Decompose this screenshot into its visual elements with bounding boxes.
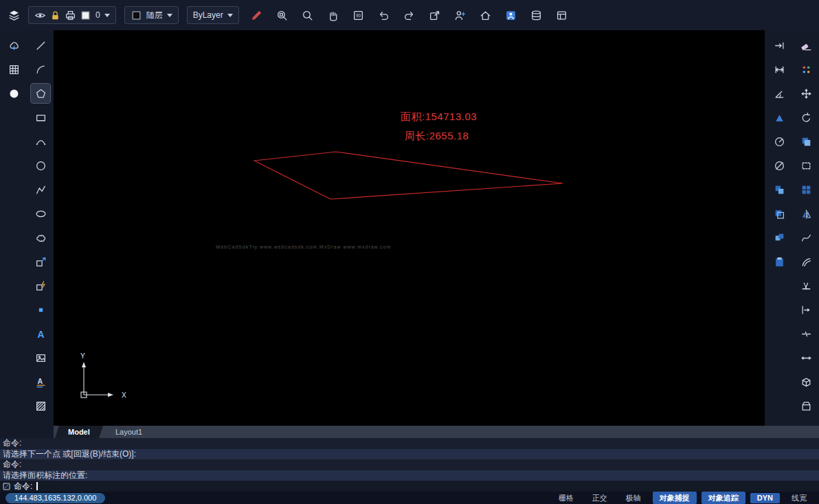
erase-tool[interactable] — [796, 36, 816, 55]
tab-model[interactable]: Model — [55, 426, 103, 438]
point-tool[interactable] — [31, 300, 50, 319]
layout-tabstrip: Model Layout1 — [54, 426, 819, 438]
point-style-tool[interactable] — [796, 60, 816, 79]
image-tool[interactable] — [31, 348, 50, 367]
database-icon — [530, 10, 542, 21]
zoom-window-tool[interactable] — [273, 5, 292, 25]
attribute-text-tool[interactable]: A — [31, 372, 50, 391]
insert-block-tool[interactable] — [31, 252, 50, 271]
text-tool[interactable]: A — [31, 324, 50, 343]
linetype-control-combo[interactable]: ByLayer — [187, 6, 239, 24]
share-user-tool[interactable] — [451, 5, 470, 25]
layer-control-combo[interactable]: 0 — [28, 6, 116, 24]
dim-align-icon — [774, 40, 785, 51]
mirror-icon — [800, 208, 812, 220]
arc-icon — [35, 64, 47, 76]
color-value: 随层 — [146, 10, 163, 21]
svg-text:A: A — [37, 377, 43, 385]
move-tool[interactable] — [796, 84, 816, 103]
drawn-polygon[interactable] — [254, 152, 563, 199]
app-logo-icon[interactable] — [8, 10, 20, 21]
redo-tool[interactable] — [400, 5, 419, 25]
pencil-red-icon — [251, 10, 262, 21]
tab-layout1[interactable]: Layout1 — [102, 426, 155, 438]
account-tool[interactable] — [502, 5, 521, 25]
line-tool[interactable] — [31, 36, 50, 55]
polygon-icon — [35, 88, 47, 100]
status-toggle-osnap[interactable]: 对象捕捉 — [653, 492, 697, 504]
match-prop-tool[interactable] — [770, 180, 789, 199]
array-tool[interactable] — [796, 180, 816, 199]
database-tool[interactable] — [527, 5, 546, 25]
rotate-tool[interactable] — [796, 108, 816, 127]
pan-hand-icon — [327, 10, 339, 21]
ellipse-icon — [35, 208, 47, 220]
status-toggle-polar[interactable]: 极轴 — [619, 492, 648, 504]
arc-tool[interactable] — [31, 60, 50, 79]
extend-tool[interactable] — [796, 300, 816, 319]
zoom-extents-tool[interactable] — [298, 5, 317, 25]
revcloud-tool[interactable] — [31, 228, 50, 247]
dynamic-block-tool[interactable] — [31, 276, 50, 295]
layer-stack-tool[interactable] — [770, 204, 789, 223]
drawing-canvas[interactable]: Y X 面积:154713.03 周长:2655.18 WebCadSdkTry… — [54, 30, 765, 426]
dim-area-tool[interactable] — [770, 108, 789, 127]
erase-icon — [800, 40, 812, 51]
dim-angle-tool[interactable] — [770, 84, 789, 103]
hatch-tool[interactable] — [31, 396, 50, 415]
color-control-combo[interactable]: 随层 — [124, 6, 179, 24]
circle-tool[interactable] — [31, 156, 50, 175]
arc-3point-tool[interactable] — [31, 132, 50, 151]
unfold-icon — [800, 400, 812, 412]
mirror-tool[interactable] — [796, 204, 816, 223]
ellipse-tool[interactable] — [31, 204, 50, 223]
dim-radius-icon — [774, 136, 785, 148]
polyline-tool[interactable] — [31, 180, 50, 199]
user-add-icon — [454, 10, 466, 21]
sheet-tool[interactable] — [552, 5, 572, 25]
dim-diameter-tool[interactable] — [770, 156, 789, 175]
bylayer-swatch-icon — [131, 10, 142, 21]
area-annotation[interactable]: 面积:154713.03 — [401, 111, 477, 124]
status-toggle-lineweight[interactable]: 线宽 — [785, 492, 814, 504]
ortho-90-tool[interactable]: 90 — [349, 5, 368, 25]
lengthen-icon — [800, 352, 812, 364]
status-toggle-grid[interactable]: 栅格 — [552, 492, 581, 504]
rectangle-tool[interactable] — [31, 108, 50, 127]
trim-tool[interactable] — [796, 276, 816, 295]
draw-style-tool[interactable] — [247, 5, 267, 25]
cloud-download-icon — [8, 40, 20, 51]
break-tool[interactable] — [796, 324, 816, 343]
stretch-tool[interactable] — [796, 156, 816, 175]
dim-radius-tool[interactable] — [770, 132, 789, 151]
status-toggle-ortho[interactable]: 正交 — [585, 492, 614, 504]
status-toggle-otrack[interactable]: 对象追踪 — [702, 492, 745, 504]
status-bar: 144.483,1635.132,0.000 栅格正交极轴对象捕捉对象追踪DYN… — [0, 492, 819, 504]
status-toggle-dyn[interactable]: DYN — [750, 493, 780, 503]
box3d-tool[interactable] — [796, 372, 816, 391]
offset-icon — [800, 256, 812, 268]
chevron-down-icon — [104, 14, 110, 17]
undo-tool[interactable] — [374, 5, 394, 25]
command-input-row[interactable]: 命令: — [0, 481, 819, 492]
coordinate-readout: 144.483,1635.132,0.000 — [5, 493, 105, 503]
lengthen-tool[interactable] — [796, 348, 816, 367]
new-window-tool[interactable] — [425, 5, 445, 25]
dim-linear-tool[interactable] — [770, 60, 789, 79]
circle-icon — [35, 160, 47, 172]
pan-tool[interactable] — [324, 5, 343, 25]
unfold-tool[interactable] — [796, 396, 816, 415]
cloud-download-tool[interactable] — [4, 36, 23, 55]
table-tool[interactable] — [4, 60, 23, 79]
zoom-window-icon — [276, 10, 288, 21]
offset-tool[interactable] — [796, 252, 816, 271]
dim-align-tool[interactable] — [770, 36, 789, 55]
paste-tool[interactable] — [770, 252, 789, 271]
spline-tool[interactable] — [796, 228, 816, 247]
home-tool[interactable] — [476, 5, 495, 25]
polygon-tool[interactable] — [31, 84, 50, 103]
block-copy-tool[interactable] — [770, 228, 789, 247]
copy-tool[interactable] — [796, 132, 816, 151]
record-tool[interactable] — [4, 84, 23, 103]
perimeter-annotation[interactable]: 周长:2655.18 — [405, 130, 469, 143]
